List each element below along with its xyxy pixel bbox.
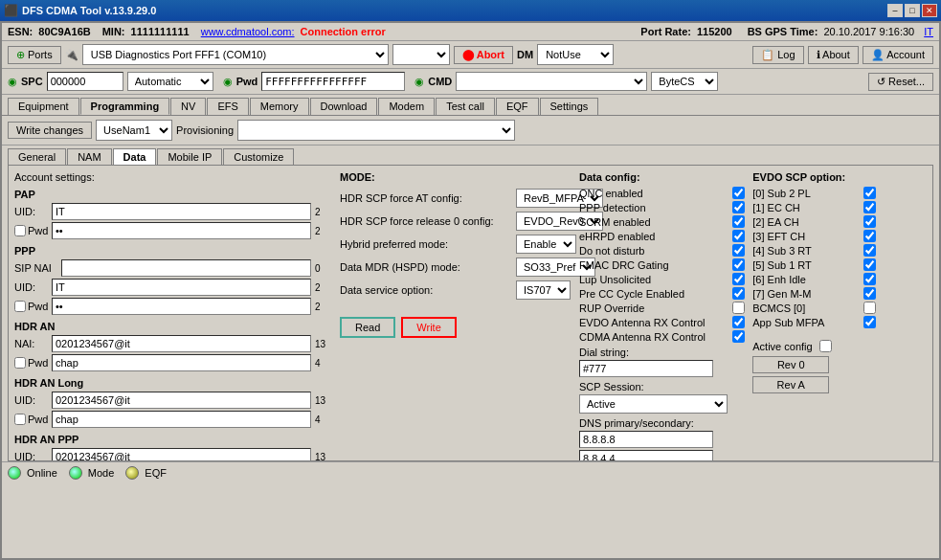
tab-programming[interactable]: Programming — [80, 98, 170, 115]
it-link[interactable]: IT — [924, 26, 933, 37]
hdr-an-long-uid-input[interactable] — [52, 392, 311, 409]
active-config-checkbox[interactable] — [819, 340, 832, 352]
ppp-pwd-input[interactable] — [52, 298, 311, 315]
data-service-select[interactable]: IS707 — [516, 280, 571, 300]
dns-label: DNS primary/secondary: — [579, 417, 745, 429]
evdo-item-1: [1] EC CH — [752, 201, 876, 213]
tab-data[interactable]: Data — [113, 148, 157, 165]
dial-string-input[interactable] — [579, 360, 713, 377]
evdo-bcmcs-checkbox[interactable] — [863, 302, 876, 314]
evdo-ant-checkbox[interactable] — [732, 316, 745, 328]
evdo-2-checkbox[interactable] — [863, 215, 876, 228]
scp-session-select[interactable]: Active — [579, 394, 728, 414]
minimize-button[interactable]: – — [887, 4, 903, 17]
tab-equipment[interactable]: Equipment — [8, 98, 79, 115]
hdr-an-pwd-input[interactable] — [52, 354, 311, 371]
evdo-3-checkbox[interactable] — [863, 230, 876, 242]
ehrpd-checkbox[interactable] — [732, 230, 745, 242]
port-extra-select[interactable] — [392, 44, 450, 65]
rev0-button[interactable]: Rev 0 — [752, 356, 829, 373]
provisioning-select[interactable] — [237, 120, 515, 141]
title-bar: ⬛ DFS CDMA Tool v.13.9.29.0 – □ ✕ — [0, 0, 941, 21]
hdr-an-long-uid-label: UID: — [14, 394, 48, 406]
auto-select[interactable]: Automatic — [127, 72, 213, 91]
hdr-an-long-pwd-checkbox[interactable] — [14, 414, 26, 425]
tab-efs[interactable]: EFS — [207, 98, 248, 115]
pre-cc-checkbox[interactable] — [732, 287, 745, 300]
tab-nv[interactable]: NV — [170, 98, 206, 115]
scrm-checkbox[interactable] — [732, 215, 745, 228]
tab-eqf[interactable]: EQF — [496, 98, 539, 115]
port-select[interactable]: USB Diagnostics Port FFF1 (COM10) — [82, 44, 389, 65]
pap-pwd-input[interactable] — [52, 222, 311, 239]
dnd-row: Do not disturb — [579, 244, 745, 257]
about-button[interactable]: ℹ About — [808, 46, 859, 64]
hdr-an-long-pwd-input[interactable] — [52, 411, 311, 428]
rup-checkbox[interactable] — [732, 302, 745, 314]
url-link[interactable]: www.cdmatool.com: — [201, 26, 295, 37]
tab-modem[interactable]: Modem — [378, 98, 435, 115]
spc-radio-icon: ◉ — [8, 76, 17, 88]
hybrid-select[interactable]: Enable — [516, 235, 576, 254]
evdo-item-app: App Sub MFPA — [752, 316, 876, 328]
write-action-button[interactable]: Write — [401, 317, 456, 338]
spc-input[interactable] — [47, 72, 123, 91]
close-button[interactable]: ✕ — [922, 4, 937, 17]
pwd-input[interactable] — [261, 72, 405, 91]
qnc-checkbox[interactable] — [732, 187, 745, 199]
ppp-pwd-row: Pwd 2 — [14, 298, 330, 315]
reset-button[interactable]: ↺ Reset... — [868, 73, 933, 91]
hdr-an-ppp-uid-label: UID: — [14, 451, 48, 461]
pap-pwd-row: Pwd 2 — [14, 222, 330, 239]
tab-settings[interactable]: Settings — [540, 98, 599, 115]
hdr-an-pwd-checkbox[interactable] — [14, 357, 26, 369]
usenam-select[interactable]: UseNam1 — [96, 120, 172, 141]
maximize-button[interactable]: □ — [905, 4, 920, 17]
reva-button[interactable]: Rev A — [752, 376, 829, 393]
byte-select[interactable]: ByteCS — [651, 72, 718, 91]
dm-select[interactable]: NotUse — [537, 44, 614, 65]
dns-primary-input[interactable] — [579, 431, 713, 448]
dnd-checkbox[interactable] — [732, 244, 745, 257]
evdo-7-checkbox[interactable] — [863, 287, 876, 300]
ppp-sip-input[interactable] — [61, 259, 311, 277]
evdo-5-checkbox[interactable] — [863, 258, 876, 271]
evdo-1-checkbox[interactable] — [863, 201, 876, 213]
tab-download[interactable]: Download — [310, 98, 378, 115]
read-button[interactable]: Read — [340, 317, 395, 338]
ppp-pwd-checkbox[interactable] — [14, 301, 26, 312]
ppp-uid-input[interactable] — [52, 279, 311, 296]
ports-button[interactable]: ⊕ Ports — [8, 46, 61, 64]
tab-memory[interactable]: Memory — [250, 98, 309, 115]
ppp-detection-checkbox[interactable] — [732, 201, 745, 213]
tab-general[interactable]: General — [8, 148, 66, 165]
pap-uid-input[interactable] — [52, 203, 311, 220]
fmac-checkbox[interactable] — [732, 258, 745, 271]
esn-value: 80C9A16B — [38, 26, 90, 37]
abort-button[interactable]: ⬤ Abort — [454, 46, 513, 64]
dns-secondary-input[interactable] — [579, 450, 713, 461]
evdo-4-checkbox[interactable] — [863, 244, 876, 257]
hdr-an-ppp-uid-input[interactable] — [52, 448, 311, 461]
log-button[interactable]: 📋 Log — [752, 46, 803, 64]
evdo-app-checkbox[interactable] — [863, 316, 876, 328]
pre-cc-label: Pre CC Cycle Enabled — [579, 288, 684, 300]
pwd-label: Pwd — [236, 76, 258, 87]
evdo-0-checkbox[interactable] — [863, 187, 876, 199]
ppp-sip-label: SIP NAI — [14, 262, 57, 274]
cmd-select[interactable] — [456, 72, 647, 91]
lup-checkbox[interactable] — [732, 273, 745, 285]
evdo-6-checkbox[interactable] — [863, 273, 876, 285]
toolbar-row: ⊕ Ports 🔌 USB Diagnostics Port FFF1 (COM… — [2, 41, 939, 69]
tab-test-call[interactable]: Test call — [436, 98, 495, 115]
hdr-an-nai-input[interactable] — [52, 335, 311, 352]
write-changes-button[interactable]: Write changes — [8, 122, 92, 139]
cdma-ant-checkbox[interactable] — [732, 330, 745, 343]
tab-customize[interactable]: Customize — [223, 148, 294, 165]
pap-pwd-checkbox[interactable] — [14, 225, 26, 236]
tab-nam[interactable]: NAM — [67, 148, 111, 165]
account-button[interactable]: 👤 Account — [863, 46, 933, 64]
hdr-an-long-pwd-label: Pwd — [14, 414, 48, 425]
status-bar: Online Mode EQF — [2, 461, 939, 482]
tab-mobile-ip[interactable]: Mobile IP — [157, 148, 222, 165]
